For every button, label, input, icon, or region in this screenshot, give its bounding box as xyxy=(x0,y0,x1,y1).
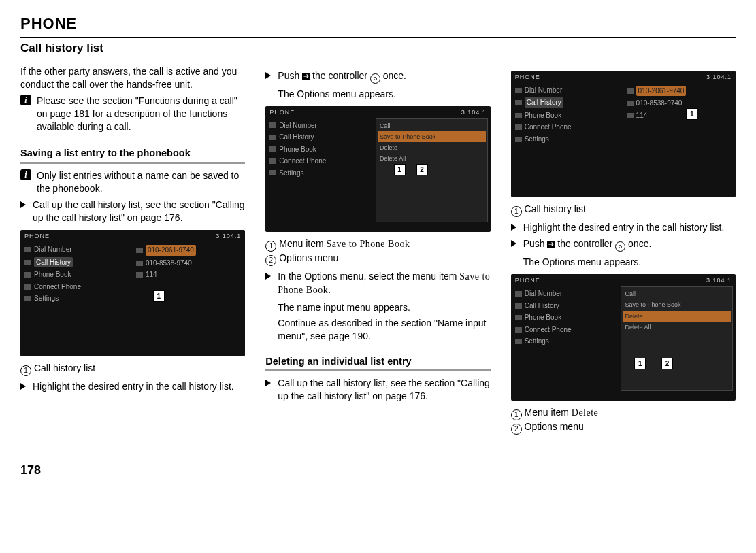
options-popup: Call Save to Phone Book Delete Delete Al… xyxy=(621,286,733,391)
ss-title: PHONE xyxy=(24,232,50,240)
page-title: PHONE xyxy=(20,14,736,34)
caption-menu-item-delete: 1 Menu item Delete xyxy=(511,406,736,420)
step-text: Call up the call history list, see the s… xyxy=(278,377,490,403)
circle-num-icon: 1 xyxy=(511,206,522,217)
column-1: If the other party answers, the call is … xyxy=(20,65,245,435)
step-callup-history: Call up the call history list, see the s… xyxy=(20,199,245,224)
column-3: PHONE3 104.1 Dial Number Call History Ph… xyxy=(511,65,736,435)
ss-left-item: Settings xyxy=(34,294,59,303)
caption-text: Options menu xyxy=(525,421,584,432)
screenshot-options-delete: PHONE3 104.1 Dial Number Call History Ph… xyxy=(511,274,736,401)
callout-2: 2 xyxy=(416,164,428,175)
pop-item: Save to Phone Book xyxy=(623,299,731,310)
ss-title: PHONE xyxy=(515,276,540,284)
step-sub: The Options menu appears. xyxy=(523,256,736,269)
ss-left-item: Phone Book xyxy=(525,111,562,120)
ss-left-item: Dial Number xyxy=(279,121,317,131)
rule-section xyxy=(20,58,736,58)
info-text: Please see the section "Functions during… xyxy=(37,95,245,133)
circle-num-icon: 2 xyxy=(265,255,276,266)
intro-text: If the other party answers, the call is … xyxy=(20,65,245,91)
step-text: Push ➔ the controller once. xyxy=(523,237,736,252)
right-arrow-icon: ➔ xyxy=(547,241,555,248)
callout-2: 2 xyxy=(661,358,673,369)
triangle-icon xyxy=(20,383,26,390)
ss-left-item: Phone Book xyxy=(34,270,71,280)
callout-1: 1 xyxy=(634,358,646,369)
menu-item-name: Save to Phone Book xyxy=(326,239,410,249)
caption-1: 1 Call history list xyxy=(20,362,245,376)
ss-left-item: Dial Number xyxy=(525,86,563,95)
ss-freq: 3 104.1 xyxy=(706,276,732,284)
pop-item: Delete xyxy=(378,142,486,153)
circle-num-icon: 1 xyxy=(20,365,31,376)
ss-number: 114 xyxy=(146,270,157,280)
triangle-icon xyxy=(511,240,516,247)
circle-num-icon: 1 xyxy=(511,409,522,420)
screenshot-call-history-2: PHONE3 104.1 Dial Number Call History Ph… xyxy=(511,71,736,197)
caption-options-menu-2: 2 Options menu xyxy=(511,420,736,435)
step-highlight-entry-2: Highlight the desired entry in the call … xyxy=(511,221,736,234)
caption-menu-item: 1 Menu item Save to Phone Book xyxy=(265,237,490,252)
ss-left-item: Call History xyxy=(34,257,73,268)
step-sub: The Options menu appears. xyxy=(278,88,490,101)
step-push-controller-2: Push ➔ the controller once. xyxy=(511,237,736,252)
controller-icon xyxy=(370,73,380,84)
step-callup-history-2: Call up the call history list, see the s… xyxy=(265,377,490,403)
step-text: Highlight the desired entry in the call … xyxy=(523,221,736,234)
callout-1: 1 xyxy=(686,108,697,120)
ss-number: 010-8538-9740 xyxy=(636,99,683,108)
callout-1: 1 xyxy=(394,164,406,175)
step-select-save: In the Options menu, select the menu ite… xyxy=(265,270,490,297)
step-sub: The name input menu appears. xyxy=(278,301,490,314)
ss-number: 114 xyxy=(636,111,648,120)
info-text: Only list entries without a name can be … xyxy=(37,169,245,195)
step-sub: Continue as described in the section "Na… xyxy=(278,317,490,343)
info-block-1: i Please see the section "Functions duri… xyxy=(20,95,245,133)
ss-left-item: Connect Phone xyxy=(279,156,326,166)
step-text: Highlight the desired entry in the call … xyxy=(33,380,245,393)
ss-freq: 3 104.1 xyxy=(706,73,732,81)
controller-icon xyxy=(615,241,625,252)
right-arrow-icon: ➔ xyxy=(302,73,310,80)
ss-freq: 3 104.1 xyxy=(216,232,241,240)
ss-left-item: Call History xyxy=(279,133,314,142)
caption-text: Options menu xyxy=(279,252,338,263)
pop-item: Delete All xyxy=(378,153,486,164)
triangle-icon xyxy=(20,201,26,208)
ss-freq: 3 104.1 xyxy=(461,108,487,116)
options-popup: Call Save to Phone Book Delete Delete Al… xyxy=(376,118,488,223)
triangle-icon xyxy=(265,273,271,280)
ss-left-item: Connect Phone xyxy=(34,282,81,292)
caption-text: Call history list xyxy=(525,203,586,214)
ss-left-item: Dial Number xyxy=(525,289,563,299)
ss-left-item: Phone Book xyxy=(279,145,316,154)
page-number: 178 xyxy=(20,462,736,478)
caption-text: Menu item xyxy=(525,407,572,418)
step-text: In the Options menu, select the menu ite… xyxy=(278,270,490,297)
ss-left-item: Settings xyxy=(525,135,549,144)
ss-left-item: Connect Phone xyxy=(525,325,572,335)
info-icon: i xyxy=(20,95,31,105)
screenshot-call-history-1: PHONE3 104.1 Dial Number Call History Ph… xyxy=(20,230,245,356)
column-2: Push ➔ the controller once. The Options … xyxy=(265,65,490,435)
step-text: Push ➔ the controller once. xyxy=(278,69,490,84)
circle-num-icon: 1 xyxy=(265,241,276,252)
pop-item: Delete All xyxy=(623,322,731,333)
subhead-deleting: Deleting an individual list entry xyxy=(265,355,490,372)
step-highlight-entry: Highlight the desired entry in the call … xyxy=(20,380,245,393)
ss-number: 010-2061-9740 xyxy=(146,245,196,256)
triangle-icon xyxy=(265,72,271,79)
ss-left-item: Phone Book xyxy=(525,313,562,322)
circle-num-icon: 2 xyxy=(511,424,522,435)
screenshot-options-save: PHONE3 104.1 Dial Number Call History Ph… xyxy=(265,106,490,233)
callout-1: 1 xyxy=(153,290,165,302)
triangle-icon xyxy=(265,380,271,386)
ss-left-item: Dial Number xyxy=(34,245,72,254)
ss-number: 010-8538-9740 xyxy=(146,258,192,268)
caption-text: Menu item xyxy=(279,238,326,249)
ss-left-item: Connect Phone xyxy=(525,122,572,132)
caption-options-menu: 2 Options menu xyxy=(265,252,490,266)
info-icon: i xyxy=(20,169,31,180)
info-block-2: i Only list entries without a name can b… xyxy=(20,169,245,195)
